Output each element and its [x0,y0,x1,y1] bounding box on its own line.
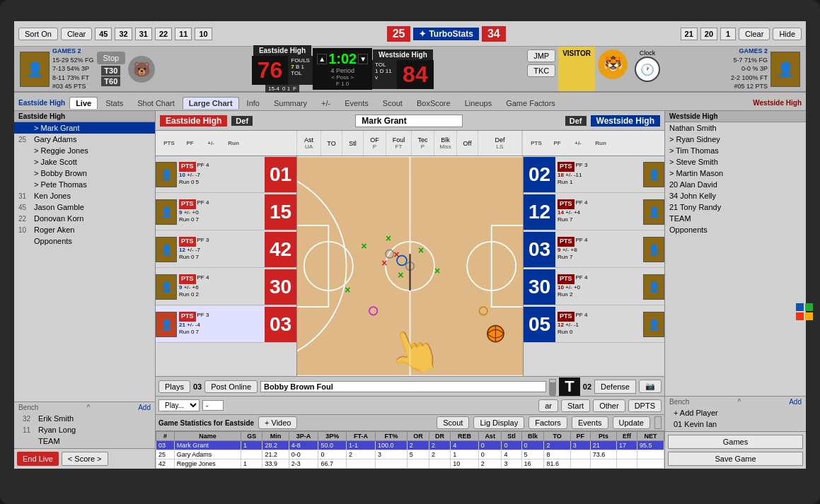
num-badge-31: 31 [135,28,152,40]
play-dropdown[interactable]: Play... [158,399,200,411]
tkc-button[interactable]: TKC [527,64,555,77]
rp-opponents[interactable]: Opponents [665,224,806,235]
tab-shot-chart[interactable]: Shot Chart [131,97,181,109]
sort-on-button[interactable]: Sort On [18,28,58,40]
player-entry-ryan-sidney[interactable]: 12 PTSPF 4 14 +/- +4 Run 7 👤 [524,194,664,230]
clear-right-button[interactable]: Clear [739,28,770,40]
table-scrollbar[interactable] [654,416,662,429]
logo-icon: ✦ [419,29,426,39]
player-item-opponents[interactable]: Opponents [14,235,155,247]
player-item-pete-thomas[interactable]: > Pete Thomas [14,179,155,190]
clock-down-arrow[interactable]: ▼ [358,54,368,64]
player-entry-tim-thomas[interactable]: 03 PTSPF 4 9 +/- +8 Run 7 👤 [524,231,664,268]
player-item-gary-adams[interactable]: 25 Gary Adams [14,134,155,145]
rp-ryan-sidney[interactable]: > Ryan Sidney [665,134,806,145]
player-item-mark-grant[interactable]: > Mark Grant [14,122,155,134]
games-button[interactable]: Games [668,435,803,449]
bench-player-team[interactable]: TEAM [18,435,151,447]
player-item-bobby-brown[interactable]: > Bobby Brown [14,168,155,179]
player-item-jason-gamble[interactable]: 45 Jason Gamble [14,201,155,213]
svg-text:×: × [386,233,391,244]
t-technical-badge: T [559,377,579,396]
player-item-donovan-korn[interactable]: 22 Donovan Korn [14,213,155,224]
logo-text: TurboStats [429,29,473,39]
player-item-roger-aken[interactable]: 10 Roger Aken [14,224,155,235]
other-button[interactable]: Other [593,399,625,412]
add-player-btn-right[interactable]: Add [789,398,802,406]
scout-button[interactable]: Scout [437,416,469,429]
tab-summary[interactable]: Summary [267,97,313,109]
bench-header-right: Bench ^ Add [669,398,802,406]
clock-up-arrow[interactable]: ▲ [317,54,327,64]
save-game-button[interactable]: Save Game [668,452,803,466]
plays-button[interactable]: Plays [158,380,190,393]
video-button[interactable]: + Video [258,416,297,429]
rp-john-kelly[interactable]: 34 John Kelly [665,190,806,201]
player-entry-nathan-smith[interactable]: 02 PTSPF 3 18 +/- -11 Run 1 👤 [524,156,664,193]
rp-tony-randy[interactable]: 21 Tony Randy [665,201,806,213]
rp-team[interactable]: TEAM [665,213,806,224]
svg-point-16 [386,250,394,258]
tab-info[interactable]: Info [241,97,266,109]
player-entry-martin-mason[interactable]: 05 PTSPF 4 12 +/- -1 Run 0 👤 [524,306,664,343]
svg-text:×: × [393,249,399,260]
tab-boxscore[interactable]: BoxScore [410,97,457,109]
player-entry-jake-scott[interactable]: 👤 PTSPF 4 10 +/- -7 Run 0 5 01 [156,156,296,193]
rp-steve-smith[interactable]: > Steve Smith [665,156,806,168]
score-button[interactable]: < Score > [62,452,108,466]
rp-tim-thomas[interactable]: > Tim Thomas [665,145,806,156]
pete-thomas-face: 👤 [156,274,177,300]
factors-button[interactable]: Factors [529,416,567,429]
bench-add-player[interactable]: + Add Player [669,407,802,418]
tab-large-chart[interactable]: Large Chart [183,97,239,109]
update-button[interactable]: Update [613,416,650,429]
tab-live[interactable]: Live [69,97,98,109]
bench-player-ryan-long[interactable]: 11 Ryan Long [18,424,151,435]
player-entry-steve-smith[interactable]: 30 PTSPF 4 10 +/- +0 Run 2 👤 [524,269,664,305]
hide-button[interactable]: Hide [773,28,802,40]
events-button[interactable]: Events [572,416,608,429]
rp-nathan-smith[interactable]: Nathan Smith [665,122,806,134]
tab-stats[interactable]: Stats [99,97,129,109]
player-entry-pete-thomas[interactable]: 👤 PTSPF 4 9 +/- +6 Run 0 2 30 [156,269,296,305]
start-button[interactable]: Start [561,399,590,412]
rp-alan-david[interactable]: 20 Alan David [665,179,806,190]
defense-button[interactable]: Defense [594,380,636,394]
add-player-btn-left[interactable]: Add [138,404,151,411]
tab-events[interactable]: Events [338,97,375,109]
lig-display-button[interactable]: Lig Display [473,416,524,429]
stat-buttons-row: Play... - ar Start Other DPTS [156,397,664,415]
left-players-column: 👤 PTSPF 4 10 +/- -7 Run 0 5 01 👤 [156,156,297,376]
main-content: Eastside High > Mark Grant 25 Gary Adams… [14,111,806,469]
bench-kevin-ian[interactable]: 01 Kevin Ian [669,418,802,430]
tab-scout[interactable]: Scout [376,97,409,109]
turbostats-logo: ✦ TurboStats [413,28,478,40]
jmp-button[interactable]: JMP [527,49,555,62]
stop-button[interactable]: Stop [97,52,126,64]
post-online-button[interactable]: Post Online [204,380,258,393]
col-header-fta: FT-A [346,432,375,441]
bench-player-erik-smith[interactable]: 32 Erik Smith [18,413,151,424]
player-item-ken-jones[interactable]: 31 Ken Jones [14,190,155,201]
col-ast: AstUA [297,131,321,156]
player-entry-mark-grant[interactable]: 👤 PTSPF 3 21 +/- -4 Run 0 7 03 [156,306,296,343]
play-num-02: 02 [583,382,591,391]
clear-left-button[interactable]: Clear [61,28,92,40]
col-header-blk: Blk [521,432,544,441]
play-scrollbar[interactable] [549,379,556,394]
tab-game-factors[interactable]: Game Factors [499,97,562,109]
player-entry-bobby-brown[interactable]: 👤 PTSPF 4 9 +/- +0 Run 0 7 15 [156,194,296,230]
play-sub-input[interactable]: - [202,400,224,411]
col-to: TO [321,131,342,156]
camera-button[interactable]: 📷 [639,380,662,393]
tab-lineups[interactable]: Lineups [458,97,499,109]
dpts-button[interactable]: DPTS [628,399,662,412]
rp-martin-mason[interactable]: > Martin Mason [665,168,806,179]
clear-play-button[interactable]: ar [538,399,558,412]
end-live-button[interactable]: End Live [17,452,59,466]
col-header-eff: Eff [617,432,637,441]
player-item-reggie-jones[interactable]: > Reggie Jones [14,145,155,156]
player-entry-reggie-jones[interactable]: 👤 PTSPF 3 12 +/- -7 Run 0 7 42 [156,231,296,268]
tab-plusminus[interactable]: +/- [315,97,337,109]
player-item-jake-scott[interactable]: > Jake Scott [14,156,155,168]
